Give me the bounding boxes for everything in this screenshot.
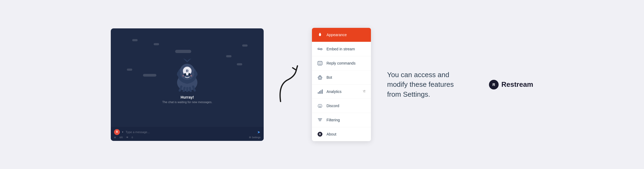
chat-bubble bbox=[127, 69, 132, 71]
svg-point-9 bbox=[319, 62, 320, 63]
arrow-area bbox=[264, 61, 312, 109]
curved-arrow-illustration bbox=[272, 61, 304, 109]
settings-label: Settings bbox=[252, 136, 261, 139]
send-icon[interactable]: ➤ bbox=[257, 130, 260, 134]
mascot-illustration: R bbox=[171, 57, 203, 92]
settings-menu: Appearance Embed in stream Reply comm bbox=[312, 28, 371, 141]
bot-label: Bot bbox=[326, 75, 332, 80]
appearance-label: Appearance bbox=[326, 33, 347, 37]
chat-status-row: ⊗ 0/0 👁 0 ⚙ Settings bbox=[114, 136, 260, 139]
svg-point-23 bbox=[320, 106, 321, 107]
sidebar-item-analytics[interactable]: Analytics bbox=[312, 85, 371, 99]
main-container: R Hurray! The chat i bbox=[0, 0, 644, 169]
chat-bubble bbox=[175, 50, 191, 53]
mascot: R Hurray! The chat i bbox=[162, 57, 212, 104]
eye-icon: 👁 bbox=[126, 136, 128, 139]
svg-rect-21 bbox=[322, 89, 323, 94]
sidebar-item-about[interactable]: R About bbox=[312, 127, 371, 141]
analytics-icon bbox=[317, 89, 323, 94]
description-text: You can access and modify these features… bbox=[387, 70, 457, 99]
status-left: ⊗ 0/0 👁 0 bbox=[114, 136, 133, 139]
chat-footer: R ▾ Type a message... ➤ ⊗ 0/0 👁 0 ⚙ Sett… bbox=[111, 127, 264, 141]
restream-wordmark: Restream bbox=[501, 80, 533, 89]
discord-icon bbox=[317, 103, 323, 108]
broadcast-icon: ⊗ bbox=[114, 136, 116, 139]
chat-window: R Hurray! The chat i bbox=[111, 28, 264, 141]
viewer-count: 0/0 bbox=[119, 136, 123, 139]
svg-point-4 bbox=[184, 73, 186, 76]
chat-subtitle: The chat is waiting for new messages. bbox=[162, 100, 212, 104]
svg-rect-19 bbox=[319, 91, 320, 94]
svg-rect-20 bbox=[321, 90, 321, 94]
discord-label: Discord bbox=[326, 104, 339, 108]
chat-bubble bbox=[237, 63, 242, 65]
svg-rect-11 bbox=[318, 77, 322, 79]
filter-icon bbox=[317, 117, 323, 123]
reply-icon bbox=[317, 61, 323, 66]
sidebar-item-bot[interactable]: Bot bbox=[312, 70, 371, 85]
svg-point-6 bbox=[182, 75, 184, 77]
sidebar-item-reply-commands[interactable]: Reply commands bbox=[312, 56, 371, 70]
link-icon bbox=[317, 46, 323, 52]
external-link-icon bbox=[362, 90, 366, 93]
analytics-label: Analytics bbox=[326, 89, 341, 94]
restream-r-icon: R bbox=[317, 132, 323, 137]
sidebar-item-filtering[interactable]: Filtering bbox=[312, 113, 371, 127]
svg-rect-18 bbox=[318, 92, 319, 94]
robot-icon bbox=[317, 75, 323, 80]
sidebar-item-appearance[interactable]: Appearance bbox=[312, 28, 371, 42]
embed-label: Embed in stream bbox=[326, 47, 355, 51]
flame-icon bbox=[317, 32, 323, 37]
about-label: About bbox=[326, 132, 336, 136]
chat-bubble bbox=[132, 39, 138, 41]
chat-bubble bbox=[143, 74, 156, 77]
gear-icon: ⚙ bbox=[249, 136, 251, 139]
description-area: You can access and modify these features… bbox=[371, 70, 473, 99]
chat-bubble bbox=[242, 44, 248, 47]
chat-bubble bbox=[226, 55, 231, 57]
chat-input[interactable]: Type a message... bbox=[126, 130, 255, 134]
chat-body: R Hurray! The chat i bbox=[111, 28, 264, 127]
restream-logo-icon: R bbox=[489, 80, 499, 89]
user-avatar: R bbox=[114, 129, 120, 135]
chevron-down-icon: ▾ bbox=[122, 131, 123, 133]
sidebar-item-discord[interactable]: Discord bbox=[312, 99, 371, 113]
svg-text:R: R bbox=[492, 82, 495, 87]
svg-text:R: R bbox=[186, 69, 189, 73]
svg-text:R: R bbox=[319, 133, 321, 136]
settings-link[interactable]: ⚙ Settings bbox=[249, 136, 261, 139]
svg-point-22 bbox=[319, 106, 320, 107]
reply-commands-label: Reply commands bbox=[326, 61, 355, 65]
eye-count: 0 bbox=[132, 136, 133, 139]
svg-point-10 bbox=[321, 62, 321, 63]
svg-point-7 bbox=[190, 75, 192, 77]
svg-rect-8 bbox=[318, 61, 322, 65]
filtering-label: Filtering bbox=[326, 118, 340, 122]
chat-title: Hurray! bbox=[181, 95, 194, 99]
sidebar-item-embed-in-stream[interactable]: Embed in stream bbox=[312, 42, 371, 56]
svg-point-15 bbox=[320, 77, 321, 78]
chat-bubble bbox=[154, 43, 159, 45]
svg-point-14 bbox=[319, 77, 320, 78]
svg-point-5 bbox=[188, 73, 190, 76]
restream-logo-area: R Restream bbox=[473, 80, 533, 89]
chat-input-row: R ▾ Type a message... ➤ bbox=[114, 129, 260, 135]
